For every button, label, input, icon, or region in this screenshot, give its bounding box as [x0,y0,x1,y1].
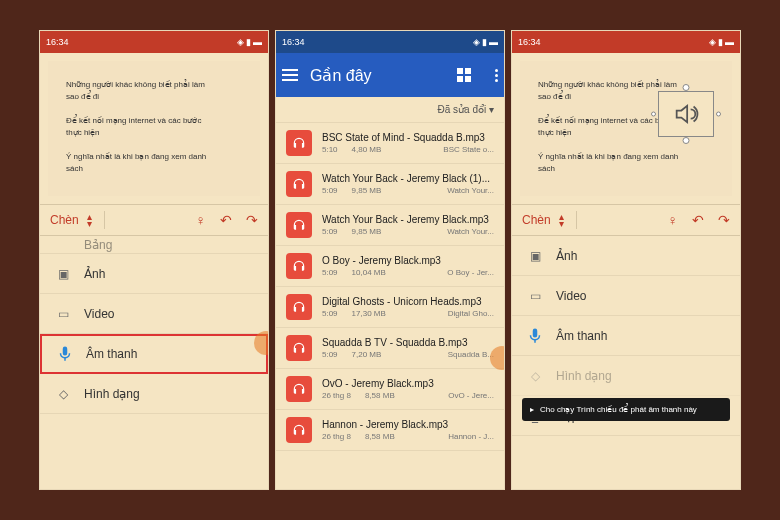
file-subtitle: OvO - Jere... [448,391,494,400]
battery-icon: ▬ [489,37,498,47]
shapes-icon: ◇ [54,385,72,403]
microphone-icon [56,345,74,363]
menu-item-audio[interactable]: Âm thanh [512,316,740,356]
menu-item-image[interactable]: ▣ Ảnh [40,254,268,294]
redo-icon[interactable]: ↷ [718,212,730,228]
file-subtitle: Squadda B... [448,350,494,359]
file-name: BSC State of Mind - Squadda B.mp3 [322,132,494,143]
file-subtitle: Hannon - J... [448,432,494,441]
phone-screenshot-1: 16:34 ◈ ▮ ▬ Những người khác không biết … [39,30,269,490]
signal-icon: ▮ [246,37,251,47]
chevron-down-icon: ▾ [489,104,494,115]
audio-file-icon [286,130,312,156]
audio-file-icon [286,253,312,279]
sort-dropdown[interactable]: Đã sửa đổi ▾ [276,97,504,123]
ribbon-tab-bar: Chèn ▴▾ ♀ ↶ ↷ [512,204,740,236]
insert-menu: Bảng ▣ Ảnh ▭ Video Âm thanh ◇ Hình dạng [40,236,268,489]
file-item[interactable]: O Boy - Jeremy Black.mp3 5:09 10,04 MB O… [276,246,504,287]
file-name: Digital Ghosts - Unicorn Heads.mp3 [322,296,494,307]
file-size: 8,58 MB [365,391,395,400]
file-item[interactable]: Hannon - Jeremy Black.mp3 26 thg 8 8,58 … [276,410,504,451]
file-subtitle: O Boy - Jer... [447,268,494,277]
image-icon: ▣ [526,247,544,265]
slide-canvas[interactable]: Những người khác không biết phải làm sao… [520,61,732,196]
shapes-icon: ◇ [526,367,544,385]
cast-icon: ◈ [473,37,480,47]
file-name: Hannon - Jeremy Black.mp3 [322,419,494,430]
ribbon-tab-bar: Chèn ▴▾ ♀ ↶ ↷ [40,204,268,236]
file-item[interactable]: Watch Your Back - Jeremy Black (1)... 5:… [276,164,504,205]
file-subtitle: Digital Gho... [448,309,494,318]
file-name: Watch Your Back - Jeremy Black (1)... [322,173,494,184]
status-time: 16:34 [46,37,69,47]
file-duration: 5:09 [322,268,338,277]
microphone-icon [526,327,544,345]
file-duration: 5:09 [322,309,338,318]
file-name: Watch Your Back - Jeremy Black.mp3 [322,214,494,225]
file-duration: 5:10 [322,145,338,154]
file-size: 17,30 MB [352,309,386,318]
audio-file-icon [286,335,312,361]
tab-switcher[interactable]: ▴▾ [87,213,92,227]
hamburger-icon[interactable] [282,69,298,81]
tab-switcher[interactable]: ▴▾ [559,213,564,227]
speaker-icon [672,100,700,128]
video-icon: ▭ [526,287,544,305]
file-list: BSC State of Mind - Squadda B.mp3 5:10 4… [276,123,504,489]
tab-insert[interactable]: Chèn [522,213,551,227]
file-size: 7,20 MB [352,350,382,359]
menu-item-shape[interactable]: ◇ Hình dạng [512,356,740,396]
status-time: 16:34 [282,37,305,47]
playback-tooltip: ▸ Cho chạy Trình chiếu để phát âm thanh … [522,398,730,421]
image-icon: ▣ [54,265,72,283]
battery-icon: ▬ [253,37,262,47]
status-bar: 16:34 ◈ ▮ ▬ [40,31,268,53]
redo-icon[interactable]: ↷ [246,212,258,228]
undo-icon[interactable]: ↶ [220,212,232,228]
file-duration: 5:09 [322,227,338,236]
file-size: 8,58 MB [365,432,395,441]
menu-item-audio[interactable]: Âm thanh [40,334,268,374]
file-size: 9,85 MB [352,186,382,195]
menu-item-shape[interactable]: ◇ Hình dạng [40,374,268,414]
file-name: OvO - Jeremy Black.mp3 [322,378,494,389]
audio-object[interactable] [658,91,714,137]
file-item[interactable]: BSC State of Mind - Squadda B.mp3 5:10 4… [276,123,504,164]
file-name: O Boy - Jeremy Black.mp3 [322,255,494,266]
file-subtitle: Watch Your... [447,227,494,236]
cast-icon: ◈ [709,37,716,47]
play-icon: ▸ [530,405,534,414]
undo-icon[interactable]: ↶ [692,212,704,228]
grid-view-icon[interactable] [457,68,471,82]
file-duration: 26 thg 8 [322,432,351,441]
lightbulb-icon[interactable]: ♀ [196,212,207,228]
file-picker-header: Gần đây [276,53,504,97]
slide-text: Những người khác không biết phải làm sao… [66,79,216,175]
lightbulb-icon[interactable]: ♀ [668,212,679,228]
file-item[interactable]: Watch Your Back - Jeremy Black.mp3 5:09 … [276,205,504,246]
file-subtitle: Watch Your... [447,186,494,195]
menu-item-video[interactable]: ▭ Video [40,294,268,334]
audio-file-icon [286,417,312,443]
file-item[interactable]: Squadda B TV - Squadda B.mp3 5:09 7,20 M… [276,328,504,369]
status-bar: 16:34 ◈ ▮ ▬ [512,31,740,53]
tab-insert[interactable]: Chèn [50,213,79,227]
more-icon[interactable] [495,69,498,82]
file-item[interactable]: Digital Ghosts - Unicorn Heads.mp3 5:09 … [276,287,504,328]
battery-icon: ▬ [725,37,734,47]
picker-title: Gần đây [310,66,445,85]
audio-file-icon [286,171,312,197]
phone-screenshot-3: 16:34 ◈ ▮ ▬ Những người khác không biết … [511,30,741,490]
cast-icon: ◈ [237,37,244,47]
status-time: 16:34 [518,37,541,47]
menu-item-video[interactable]: ▭ Video [512,276,740,316]
audio-file-icon [286,294,312,320]
video-icon: ▭ [54,305,72,323]
file-duration: 26 thg 8 [322,391,351,400]
file-item[interactable]: OvO - Jeremy Black.mp3 26 thg 8 8,58 MB … [276,369,504,410]
file-duration: 5:09 [322,186,338,195]
menu-item-table[interactable]: Bảng [40,236,268,254]
slide-canvas[interactable]: Những người khác không biết phải làm sao… [48,61,260,196]
menu-item-image[interactable]: ▣ Ảnh [512,236,740,276]
status-bar: 16:34 ◈ ▮ ▬ [276,31,504,53]
